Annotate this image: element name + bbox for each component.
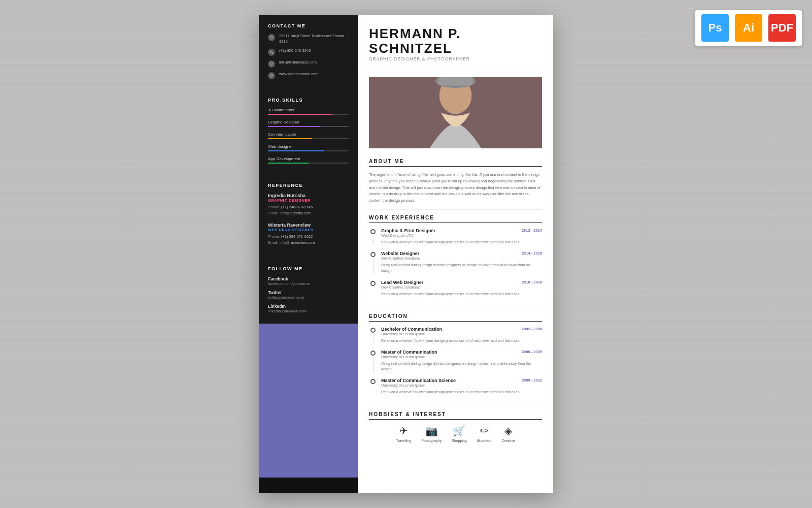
photo-section — [358, 68, 553, 148]
edu-date: 2009 - 2012 — [522, 378, 542, 383]
hobby-item: ◈ Creative — [502, 425, 515, 442]
work-list: Graphic & Print Designer 2012 - 2014 Web… — [369, 228, 542, 297]
contact-address: 29811 Virgil Street Tallahassee Florida … — [268, 34, 349, 44]
pdf-icon[interactable]: PDF — [768, 14, 796, 42]
skill-name: 3D Animations — [268, 108, 349, 112]
exp-job-title: Website Designer — [381, 251, 419, 256]
hobby-item: ✈ Travelling — [396, 425, 411, 442]
edu-content: Bechelor of Communication 2002 - 2006 Un… — [377, 327, 542, 343]
edu-date: 2002 - 2006 — [522, 327, 542, 331]
edu-header: Bechelor of Communication 2002 - 2006 — [381, 327, 542, 332]
exp-date: 2014 - 2016 — [522, 251, 542, 256]
skill-bar-bg — [268, 163, 349, 164]
edu-degree: Bechelor of Communication — [381, 327, 442, 332]
ref-email: Email: info@ingredia.com — [268, 210, 349, 216]
phone-icon — [268, 49, 275, 56]
exp-timeline — [369, 280, 377, 297]
about-title: ABOUT ME — [369, 158, 542, 167]
exp-timeline — [369, 228, 377, 245]
resume: CONTACT ME 29811 Virgil Street Tallahass… — [259, 15, 553, 493]
exp-header: Lead Web Designer 2016 - 2018 — [381, 280, 542, 285]
education-list: Bechelor of Communication 2002 - 2006 Un… — [369, 327, 542, 395]
ai-label: Ai — [743, 21, 754, 35]
exp-timeline — [369, 251, 377, 273]
edu-content: Master of Communication 2006 - 2009 Univ… — [377, 350, 542, 372]
edu-timeline — [369, 378, 377, 395]
profile-photo — [369, 77, 542, 148]
reference-item: Ingredia Nutrisha GRAPHIC DESIGNER Phone… — [268, 193, 349, 216]
edu-timeline — [369, 350, 377, 372]
skill-bar-fill — [268, 150, 324, 151]
ref-phone: Phone: (+1) 284-671-6622 — [268, 234, 349, 240]
hobby-icon: 🛒 — [453, 425, 465, 437]
skill-item: Graphic Designer — [268, 120, 349, 127]
phone-text: (+1) 850-245-3940 — [279, 48, 311, 54]
ps-icon[interactable]: Ps — [701, 14, 729, 42]
edu-timeline — [369, 327, 377, 343]
edu-content: Master of Communication Science 2009 - 2… — [377, 378, 542, 395]
exp-content: Website Designer 2014 - 2016 Dev Creativ… — [377, 251, 542, 273]
svg-rect-7 — [438, 77, 472, 86]
hobbies-list: ✈ Travelling 📷 Photography 🛒 Shopping ✏ … — [369, 425, 542, 442]
social-url: facebook.com/yourname — [268, 281, 349, 286]
education-item: Master of Communication Science 2009 - 2… — [369, 378, 542, 395]
skill-bar-fill — [268, 126, 320, 127]
hobby-label: Travelling — [396, 439, 411, 442]
contact-phone: (+1) 850-245-3940 — [268, 48, 349, 56]
hobby-icon: ✈ — [399, 425, 408, 437]
ps-label: Ps — [708, 21, 722, 35]
svg-rect-1 — [270, 63, 273, 66]
social-url: linkedin.com/yourname — [268, 309, 349, 313]
exp-dot — [370, 281, 376, 286]
hobby-label: Creative — [502, 439, 515, 442]
toolbar: Ps Ai PDF — [695, 10, 802, 46]
hobby-label: Shopping — [452, 439, 467, 442]
edu-dot — [370, 351, 376, 356]
edu-header: Master of Communication Science 2009 - 2… — [381, 378, 542, 383]
hobby-item: ✏ Illustrator — [477, 425, 492, 442]
exp-dot — [370, 252, 376, 257]
sidebar-black-block — [259, 478, 358, 493]
social-platform: Facebook — [268, 276, 349, 281]
skill-bar-bg — [268, 138, 349, 139]
skill-item: Web designer — [268, 144, 349, 151]
exp-header: Website Designer 2014 - 2016 — [381, 251, 542, 256]
exp-company: Dev Creative Solutions — [381, 256, 542, 261]
photo-inner — [369, 77, 542, 148]
exp-company: Web Designer LTD — [381, 233, 542, 238]
email-text: info@hollandaise.com — [279, 60, 317, 66]
candidate-name: HERMANN P. SCHNITZEL — [369, 26, 542, 55]
ai-icon[interactable]: Ai — [735, 14, 762, 42]
edu-degree: Master of Communication — [381, 350, 437, 355]
skills-list: 3D Animations Graphic Designer Communica… — [268, 108, 349, 164]
edu-school: University of Lorum Ipsum — [381, 355, 542, 359]
social-item: Facebook facebook.com/yourname — [268, 276, 349, 286]
address-text: 29811 Virgil Street Tallahassee Florida … — [279, 34, 349, 44]
sidebar: CONTACT ME 29811 Virgil Street Tallahass… — [259, 15, 358, 493]
edu-desc: Relax on a whoever fits with your design… — [381, 338, 542, 343]
exp-date: 2016 - 2018 — [522, 280, 542, 284]
hobby-label: Illustrator — [477, 439, 492, 442]
skill-bar-bg — [268, 114, 349, 115]
social-item: Twitter twitter.com/yourname — [268, 290, 349, 300]
education-title: EDUCATION — [369, 313, 542, 322]
hobby-item: 📷 Photography — [421, 425, 442, 442]
contact-section: CONTACT ME 29811 Virgil Street Tallahass… — [259, 15, 358, 89]
contact-email: info@hollandaise.com — [268, 60, 349, 68]
skill-bar-fill — [268, 163, 309, 164]
skill-name: Communication — [268, 132, 349, 137]
svg-point-0 — [270, 37, 272, 38]
follow-list: Facebook facebook.com/yourname Twitter t… — [268, 276, 349, 313]
skills-section: PRO.SKILLS 3D Animations Graphic Designe… — [259, 89, 358, 175]
exp-content: Lead Web Designer 2016 - 2018 Dev Creati… — [377, 280, 542, 297]
social-platform: LinkedIn — [268, 304, 349, 309]
hobby-label: Photography — [421, 439, 442, 442]
exp-desc: Using real content during design distrac… — [381, 262, 542, 273]
edu-desc: Using real content during design distrac… — [381, 361, 542, 372]
work-item: Graphic & Print Designer 2012 - 2014 Web… — [369, 228, 542, 245]
work-item: Lead Web Designer 2016 - 2018 Dev Creati… — [369, 280, 542, 297]
ref-name: Ingredia Nutrisha — [268, 193, 349, 198]
social-url: twitter.com/yourname — [268, 295, 349, 300]
ref-job-title: GRAPHIC DESIGNER — [268, 198, 349, 203]
edu-degree: Master of Communication Science — [381, 378, 456, 383]
